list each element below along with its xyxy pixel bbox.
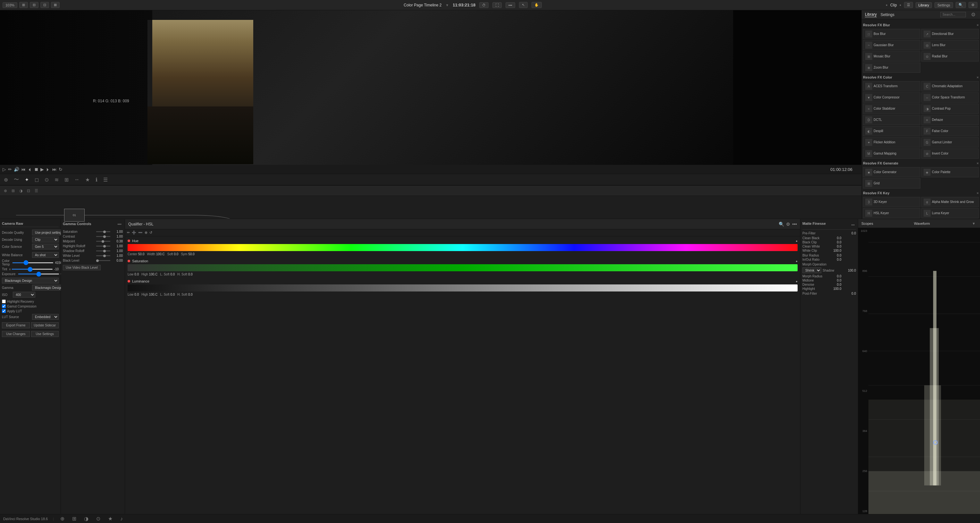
section-collapse-color[interactable]: × xyxy=(977,75,979,79)
fx-false-color[interactable]: F False Color xyxy=(921,126,979,136)
midpoint-thumb[interactable] xyxy=(102,240,104,243)
fx-color-generator[interactable]: ■ Color Generator xyxy=(863,167,920,177)
shadow-rolloff-thumb[interactable] xyxy=(103,250,106,252)
library-tab[interactable]: Library xyxy=(916,2,932,8)
contrast-thumb[interactable] xyxy=(103,235,106,238)
node-tool-2[interactable]: ⊞ xyxy=(10,188,16,194)
loop-btn[interactable]: ↻ xyxy=(59,167,62,172)
gamut-compression-checkbox[interactable] xyxy=(2,304,6,308)
prev-frame-btn[interactable]: ⏴ xyxy=(27,167,32,172)
sat-toggle[interactable]: ● xyxy=(795,260,798,263)
q-tool-a[interactable]: ✏ xyxy=(127,231,130,235)
q-tool-c[interactable]: ➖ xyxy=(138,231,143,235)
effects-btn[interactable]: ★ xyxy=(84,176,91,183)
update-sidecar-btn[interactable]: Update Sidecar xyxy=(31,322,59,328)
play-btn[interactable]: ▶ xyxy=(40,167,44,172)
volume-btn[interactable]: 🔊 xyxy=(14,167,19,172)
blur-btn[interactable]: ≋ xyxy=(53,176,60,183)
lum-toggle[interactable]: ● xyxy=(795,280,798,283)
hue-toggle[interactable]: ● xyxy=(795,239,798,243)
skip-back-btn[interactable]: ⏮ xyxy=(21,167,25,172)
fx-zoom-blur[interactable]: ⊕ Zoom Blur xyxy=(863,62,920,73)
search-btn[interactable]: 🔍 xyxy=(956,2,966,8)
fx-lens-blur[interactable]: ◎ Lens Blur xyxy=(921,40,979,50)
hand-btn[interactable]: ✋ xyxy=(531,2,542,8)
arrow-btn[interactable]: ↖ xyxy=(519,2,528,8)
fx-color-stabilizer[interactable]: ≈ Color Stabilizer xyxy=(863,104,920,114)
fx-aces-transform[interactable]: A ACES Transform xyxy=(863,81,920,91)
info-btn[interactable]: ℹ xyxy=(94,176,99,183)
fx-dehaze[interactable]: ≡ Dehaze xyxy=(921,115,979,125)
top-right-btn[interactable]: ⚙ xyxy=(969,2,977,8)
node-tool-5[interactable]: ☰ xyxy=(33,188,40,194)
section-collapse-key[interactable]: × xyxy=(977,191,979,195)
qual-settings-btn[interactable]: ⚙ xyxy=(786,222,790,227)
library-search[interactable] xyxy=(940,12,966,17)
fx-color-compressor[interactable]: ▼ Color Compressor xyxy=(863,92,920,103)
more-options-btn[interactable]: ••• xyxy=(506,2,515,8)
toolbar-btn-1[interactable]: ⊞ xyxy=(19,2,28,8)
play-mode-btn[interactable]: ▷ xyxy=(3,167,6,172)
section-collapse-generate[interactable]: × xyxy=(977,161,979,165)
status-btn-4[interactable]: ⊙ xyxy=(95,515,102,522)
color-temp-slider[interactable] xyxy=(12,262,54,263)
zoom-level[interactable]: 103% xyxy=(3,2,18,8)
q-tool-e[interactable]: ↺ xyxy=(150,231,152,235)
white-balance-dropdown[interactable]: As shot xyxy=(32,252,59,258)
qual-eyedropper-btn[interactable]: 🔍 xyxy=(779,222,784,227)
fx-gamut-mapping[interactable]: M Gamut Mapping xyxy=(863,148,920,159)
fx-3d-keyer[interactable]: 3 3D Keyer xyxy=(863,197,920,207)
saturation-thumb[interactable] xyxy=(103,231,106,233)
status-btn-5[interactable]: ★ xyxy=(107,515,114,522)
timecode-btn[interactable]: ⏱ xyxy=(479,2,488,8)
tint-slider[interactable] xyxy=(11,269,53,269)
tab-settings[interactable]: Settings xyxy=(881,13,894,17)
q-tool-d[interactable]: ⊕ xyxy=(145,231,148,235)
toolbar-btn-3[interactable]: ⊡ xyxy=(40,2,49,8)
fullscreen-btn[interactable]: ⛶ xyxy=(492,2,502,8)
fx-gaussian-blur[interactable]: ~ Gaussian Blur xyxy=(863,40,920,50)
fx-contrast-pop[interactable]: ◑ Contrast Pop xyxy=(921,104,979,114)
matte-more-btn[interactable]: ••• xyxy=(850,223,856,227)
tracker-btn[interactable]: ⊙ xyxy=(43,176,50,183)
status-btn-6[interactable]: ♪ xyxy=(119,515,124,522)
status-btn-1[interactable]: ⊕ xyxy=(59,515,66,522)
settings-tab[interactable]: Settings xyxy=(934,2,953,8)
fx-alpha-matte[interactable]: α Alpha Matte Shrink and Grow xyxy=(921,197,979,207)
node-01[interactable]: 01 xyxy=(64,209,84,222)
fx-color-space-transform[interactable]: ↔ Color Space Transform xyxy=(921,92,979,103)
window-btn[interactable]: ◻ xyxy=(33,176,40,183)
sizing-btn[interactable]: ↔ xyxy=(73,176,81,183)
color-science-dropdown[interactable]: Gen 5 xyxy=(32,244,59,249)
skip-fwd-btn[interactable]: ⏭ xyxy=(52,167,57,172)
node-tool-1[interactable]: ⊕ xyxy=(3,188,8,194)
fx-dctl[interactable]: D DCTL xyxy=(863,115,920,125)
fx-directional-blur[interactable]: ↗ Directional Blur xyxy=(921,29,979,39)
stop-btn[interactable]: ⏹ xyxy=(34,167,38,172)
q-tool-b[interactable]: ➕ xyxy=(132,231,136,235)
gamma-more-btn[interactable]: ••• xyxy=(116,222,123,227)
status-btn-3[interactable]: ◑ xyxy=(83,515,90,522)
decode-using-dropdown[interactable]: Clip xyxy=(32,237,59,242)
fx-hsl-keyer[interactable]: H HSL Keyer xyxy=(863,208,920,218)
fx-mosaic-blur[interactable]: ⊞ Mosaic Blur xyxy=(863,51,920,62)
fx-chromatic-adaptation[interactable]: C Chromatic Adaptation xyxy=(921,81,979,91)
toolbar-btn-2[interactable]: ⊟ xyxy=(30,2,38,8)
iso-dropdown[interactable]: 400 xyxy=(13,292,35,298)
node-tool-3[interactable]: ◑ xyxy=(18,188,24,194)
fx-radial-blur[interactable]: ⊙ Radial Blur xyxy=(921,51,979,62)
key-btn[interactable]: ⊞ xyxy=(63,176,70,183)
fx-invert-color[interactable]: ⊘ Invert Color xyxy=(921,148,979,159)
luts-btn[interactable]: ☰ xyxy=(102,176,109,183)
black-level-thumb[interactable] xyxy=(96,260,99,262)
fx-gamut-limiter[interactable]: G Gamut Limiter xyxy=(921,137,979,148)
tab-library[interactable]: Library xyxy=(865,12,877,17)
section-collapse-blur[interactable]: × xyxy=(977,23,979,27)
library-settings-btn[interactable]: ⚙ xyxy=(970,11,977,18)
fx-despill[interactable]: ◐ Despill xyxy=(863,126,920,136)
white-level-thumb[interactable] xyxy=(103,255,106,257)
edit-mode-btn[interactable]: ✏ xyxy=(8,167,12,172)
status-btn-2[interactable]: ⊞ xyxy=(71,515,78,522)
curves-btn[interactable]: 〜 xyxy=(13,176,20,184)
menu-btn[interactable]: ☰ xyxy=(904,2,913,8)
